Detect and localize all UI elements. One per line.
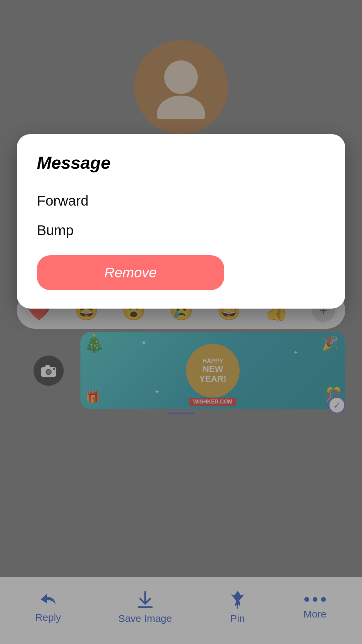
- message-modal: Message Forward Bump Remove: [17, 134, 345, 309]
- bump-option[interactable]: Bump: [37, 216, 325, 245]
- modal-title: Message: [37, 153, 325, 173]
- remove-button[interactable]: Remove: [37, 255, 224, 290]
- forward-option[interactable]: Forward: [37, 186, 325, 216]
- modal-overlay[interactable]: [0, 0, 362, 644]
